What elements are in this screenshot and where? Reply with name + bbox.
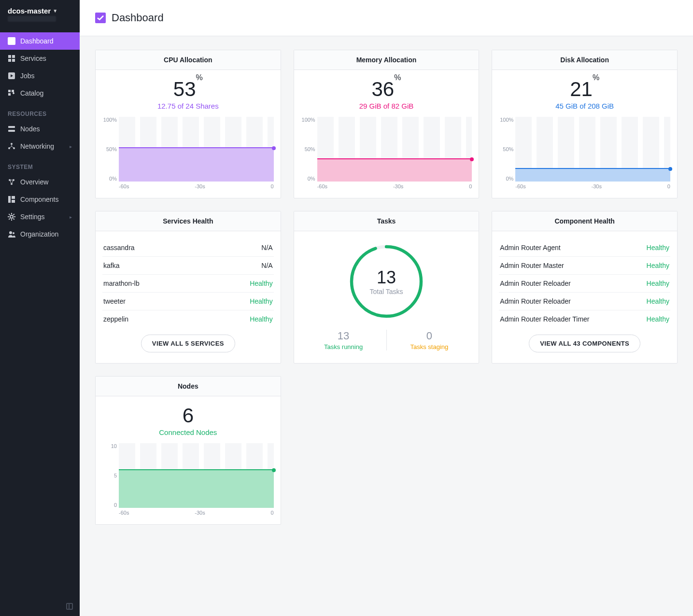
health-name: Admin Router Master — [500, 262, 564, 269]
cpu-chart: 100% 50% 0% -60s -30s 0 — [102, 117, 274, 189]
svg-rect-2 — [12, 55, 15, 58]
sidebar-item-catalog[interactable]: Catalog — [0, 84, 80, 102]
panel-nodes: Nodes 6 Connected Nodes 10 5 0 — [95, 376, 281, 525]
collapse-sidebar-button[interactable] — [66, 603, 73, 610]
x-tick: 0 — [271, 510, 274, 516]
overview-icon — [8, 178, 15, 186]
svg-rect-19 — [12, 196, 15, 199]
cluster-selector[interactable]: dcos-master ▼ — [8, 7, 72, 15]
sidebar-item-label: Catalog — [20, 89, 43, 97]
sidebar-item-label: Organization — [20, 230, 58, 238]
sidebar-item-services[interactable]: Services — [0, 50, 80, 67]
networking-icon — [8, 142, 15, 150]
panel-cpu-allocation: CPU Allocation 53% 12.75 of 24 Shares 10… — [95, 50, 281, 198]
panel-title: CPU Allocation — [96, 50, 281, 70]
health-status: Healthy — [647, 315, 669, 323]
health-status: Healthy — [647, 262, 669, 269]
svg-point-22 — [9, 231, 12, 234]
health-row[interactable]: Admin Router MasterHealthy — [499, 257, 670, 275]
sidebar-item-networking[interactable]: Networking ▸ — [0, 138, 80, 155]
chevron-right-icon: ▸ — [70, 214, 72, 220]
view-all-services-button[interactable]: VIEW ALL 5 SERVICES — [141, 335, 235, 352]
health-name: cassandra — [103, 244, 135, 252]
panel-title: Tasks — [294, 211, 479, 231]
tasks-running: 13 Tasks running — [301, 330, 387, 350]
jobs-icon — [8, 72, 15, 80]
svg-rect-9 — [8, 93, 11, 96]
health-name: Admin Router Agent — [500, 244, 560, 252]
y-tick: 100% — [499, 117, 513, 123]
y-tick: 0% — [301, 176, 315, 182]
y-tick: 0 — [102, 502, 117, 508]
health-status: N/A — [261, 244, 272, 252]
nodes-count: 6 — [102, 404, 274, 427]
health-name: Admin Router Reloader Timer — [500, 315, 589, 323]
health-row[interactable]: Admin Router Reloader TimerHealthy — [499, 310, 670, 328]
dashboard-icon — [8, 37, 15, 45]
sidebar-item-dashboard[interactable]: Dashboard — [0, 32, 80, 50]
x-tick: -30s — [195, 510, 205, 516]
panel-tasks: Tasks 13 Total Tasks — [294, 211, 480, 364]
sidebar-item-jobs[interactable]: Jobs — [0, 67, 80, 84]
cluster-subtitle — [8, 16, 56, 22]
health-row[interactable]: kafkaN/A — [102, 257, 274, 275]
y-tick: 50% — [499, 146, 513, 152]
sidebar-item-settings[interactable]: Settings ▸ — [0, 208, 80, 225]
svg-rect-1 — [8, 55, 11, 58]
health-status: Healthy — [647, 244, 669, 252]
health-name: marathon-lb — [103, 280, 140, 287]
tasks-total: 13 — [377, 267, 396, 288]
nodes-icon — [8, 125, 15, 133]
sidebar-item-label: Overview — [20, 178, 48, 186]
health-row[interactable]: marathon-lbHealthy — [102, 275, 274, 293]
x-tick: -60s — [317, 183, 327, 189]
sidebar-item-components[interactable]: Components — [0, 191, 80, 208]
dashboard-icon — [95, 13, 106, 23]
panel-title: Component Health — [492, 211, 677, 231]
panel-title: Services Health — [96, 211, 281, 231]
svg-point-12 — [11, 143, 13, 145]
health-row[interactable]: Admin Router ReloaderHealthy — [499, 275, 670, 293]
y-tick: 0% — [499, 176, 513, 182]
tasks-total-label: Total Tasks — [369, 288, 403, 295]
panel-title: Memory Allocation — [294, 50, 479, 70]
health-status: Healthy — [250, 280, 272, 287]
y-tick: 5 — [102, 473, 117, 478]
health-row[interactable]: Admin Router AgentHealthy — [499, 239, 670, 257]
x-tick: -30s — [592, 183, 602, 189]
sidebar-item-organization[interactable]: Organization — [0, 225, 80, 243]
health-name: kafka — [103, 262, 119, 269]
health-row[interactable]: Admin Router ReloaderHealthy — [499, 293, 670, 310]
services-list: cassandraN/AkafkaN/Amarathon-lbHealthytw… — [102, 239, 274, 328]
tasks-staging: 0 Tasks staging — [387, 330, 472, 350]
svg-rect-3 — [8, 59, 11, 62]
sidebar-item-label: Dashboard — [20, 37, 54, 45]
health-row[interactable]: zeppelinHealthy — [102, 310, 274, 328]
svg-rect-20 — [12, 200, 15, 203]
health-name: Admin Router Reloader — [500, 280, 570, 287]
y-tick: 50% — [301, 146, 315, 152]
x-tick: -60s — [515, 183, 525, 189]
health-status: Healthy — [647, 280, 669, 287]
x-tick: 0 — [271, 183, 274, 189]
chevron-down-icon: ▼ — [53, 8, 57, 14]
svg-point-17 — [11, 183, 13, 185]
view-all-components-button[interactable]: VIEW ALL 43 COMPONENTS — [529, 335, 640, 352]
health-row[interactable]: cassandraN/A — [102, 239, 274, 257]
health-status: Healthy — [250, 297, 272, 305]
x-tick: 0 — [469, 183, 472, 189]
panel-title: Disk Allocation — [492, 50, 677, 70]
svg-rect-11 — [8, 130, 15, 132]
catalog-icon — [8, 89, 15, 97]
panel-services-health: Services Health cassandraN/AkafkaN/Amara… — [95, 211, 281, 364]
sidebar-item-label: Nodes — [20, 125, 40, 133]
health-row[interactable]: tweeterHealthy — [102, 293, 274, 310]
svg-rect-0 — [8, 37, 15, 45]
sidebar-item-nodes[interactable]: Nodes — [0, 120, 80, 138]
svg-point-21 — [10, 215, 13, 218]
nodes-chart: 10 5 0 -60s -30s 0 — [102, 443, 274, 516]
sidebar-item-overview[interactable]: Overview — [0, 173, 80, 191]
x-tick: -30s — [393, 183, 403, 189]
svg-rect-10 — [8, 126, 15, 128]
services-icon — [8, 55, 15, 62]
